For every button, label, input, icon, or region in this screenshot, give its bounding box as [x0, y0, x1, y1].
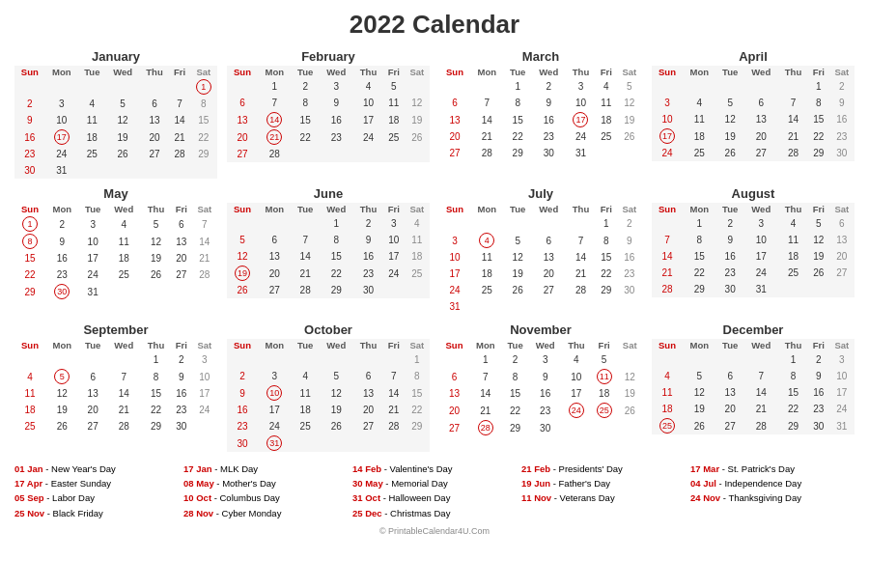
- calendar-day: 26: [617, 402, 642, 419]
- calendar-day: 19: [320, 402, 353, 418]
- calendar-day: [320, 146, 353, 162]
- calendar-day: 21: [470, 128, 504, 145]
- calendar-day: 27: [829, 265, 855, 281]
- calendar-day: 25: [405, 265, 430, 282]
- month-may: MaySunMonTueWedThuFriSat1234567891011121…: [14, 186, 217, 315]
- holiday-date: 17 Apr: [14, 478, 42, 489]
- calendar-day: 9: [320, 95, 353, 111]
- calendar-day: [106, 162, 140, 179]
- calendar-day: [227, 351, 258, 368]
- calendar-day: 4: [470, 232, 504, 249]
- calendar-day: 11: [652, 384, 683, 401]
- holiday-name: Veterans Day: [560, 492, 615, 503]
- calendar-day: 19: [716, 127, 744, 145]
- calendar-day: 22: [596, 266, 617, 282]
- calendar-day: [292, 351, 320, 368]
- calendar-day: [140, 78, 170, 96]
- calendar-day: 25: [591, 402, 618, 419]
- calendar-day: 16: [529, 385, 562, 402]
- calendar-day: [532, 215, 566, 232]
- calendar-day: 10: [566, 95, 596, 111]
- calendar-day: 5: [141, 215, 171, 233]
- calendar-day: [383, 146, 405, 162]
- calendar-day: 13: [829, 232, 855, 248]
- calendar-day: 21: [192, 250, 217, 266]
- calendar-day: [169, 162, 189, 179]
- holiday-date: 11 Nov: [521, 492, 551, 503]
- holiday-column: 14 Feb - Valentine's Day30 May - Memoria…: [352, 462, 517, 520]
- calendar-day: [171, 283, 192, 300]
- calendar-day: 25: [292, 418, 320, 434]
- holiday-entry: 17 Apr - Easter Sunday: [14, 476, 179, 490]
- month-title: February: [227, 49, 430, 64]
- calendar-day: 3: [320, 78, 353, 95]
- calendar-day: 9: [617, 232, 642, 249]
- calendar-day: [140, 162, 170, 179]
- calendar-day: 21: [107, 402, 141, 418]
- calendar-day: 1: [778, 351, 808, 368]
- holiday-date: 25 Nov: [14, 508, 44, 518]
- month-title: December: [652, 322, 855, 337]
- calendar-day: 7: [192, 215, 217, 233]
- holiday-name: Columbus Day: [220, 492, 280, 503]
- calendar-day: 30: [829, 145, 855, 161]
- calendar-day: [829, 281, 855, 297]
- calendar-day: 22: [141, 402, 171, 418]
- holiday-date: 01 Jan: [14, 463, 43, 474]
- calendar-day: 8: [320, 232, 353, 248]
- calendar-day: 15: [808, 111, 829, 127]
- calendar-day: 25: [14, 418, 45, 434]
- calendar-day: 24: [439, 282, 470, 298]
- calendar-day: 13: [744, 111, 778, 127]
- calendar-day: 19: [808, 248, 829, 265]
- holiday-name: St. Patrick's Day: [728, 463, 795, 474]
- calendar-day: 29: [320, 282, 353, 298]
- calendar-day: 19: [227, 265, 258, 282]
- calendar-day: 10: [192, 368, 217, 385]
- calendar-day: 7: [107, 368, 141, 385]
- calendar-day: [405, 434, 430, 452]
- calendar-day: 4: [652, 368, 683, 384]
- holiday-name: Cyber Monday: [222, 508, 282, 518]
- calendar-day: 4: [778, 215, 808, 232]
- calendar-day: [192, 418, 217, 434]
- calendar-day: 1: [320, 215, 353, 232]
- calendar-day: 9: [532, 95, 566, 111]
- calendar-day: [683, 351, 716, 368]
- holiday-entry: 30 May - Memorial Day: [352, 476, 517, 490]
- calendar-day: 14: [383, 384, 405, 402]
- calendar-day: 20: [258, 265, 292, 282]
- calendar-day: 28: [566, 282, 596, 298]
- calendar-day: 20: [171, 250, 192, 266]
- calendar-day: 7: [652, 232, 683, 248]
- calendar-day: [78, 78, 106, 96]
- calendar-day: 15: [141, 385, 171, 402]
- calendar-day: 13: [258, 248, 292, 265]
- calendar-day: [470, 78, 504, 95]
- calendar-day: 12: [683, 384, 716, 401]
- calendar-day: 28: [469, 419, 502, 436]
- calendar-day: 30: [171, 418, 192, 434]
- calendar-day: 12: [141, 233, 171, 250]
- calendar-day: 8: [683, 232, 716, 248]
- calendar-day: 10: [79, 233, 107, 250]
- calendar-day: 29: [504, 145, 532, 161]
- calendar-day: 18: [470, 266, 504, 282]
- calendar-day: 31: [79, 283, 107, 300]
- calendar-day: 21: [566, 266, 596, 282]
- calendar-day: [353, 434, 383, 452]
- calendar-day: 1: [596, 215, 617, 232]
- calendar-day: 18: [596, 111, 617, 128]
- calendar-day: 14: [470, 111, 504, 128]
- calendar-day: 3: [652, 95, 683, 111]
- calendar-day: 11: [405, 232, 430, 248]
- calendar-day: 21: [469, 402, 502, 419]
- calendar-day: 17: [652, 127, 683, 145]
- holiday-entry: 04 Jul - Independence Day: [690, 476, 855, 490]
- calendar-day: 31: [45, 162, 78, 179]
- calendar-day: 17: [829, 384, 855, 401]
- calendar-day: 17: [562, 385, 591, 402]
- calendar-day: 8: [596, 232, 617, 249]
- calendar-day: 17: [79, 250, 107, 266]
- calendar-day: 3: [566, 78, 596, 95]
